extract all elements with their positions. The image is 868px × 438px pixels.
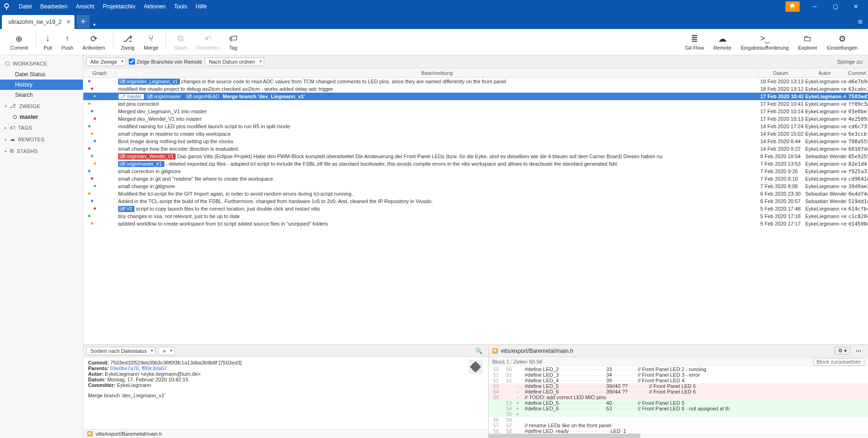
sidebar-stashes-header[interactable]: ▸⧉STASHS [0, 145, 83, 157]
branch-tag[interactable]: V0 [118, 206, 134, 212]
commit-row[interactable]: Merged dev_Liegmann_V1 into master17 Feb… [83, 108, 868, 115]
show-remote-checkbox[interactable]: Zeige Branches von Remote [129, 58, 202, 65]
commit-row[interactable]: small correction in gitignore7 Feb 2020 … [83, 168, 868, 175]
branch-tag[interactable]: origin/master [146, 94, 184, 100]
commit-row[interactable]: small change in git and "readme" file wh… [83, 175, 868, 182]
diff-line[interactable]: 53- #define LED_5·······················… [489, 383, 868, 389]
diff-line[interactable]: 55- // TODO: add correct LED MIO pins [489, 394, 868, 400]
toolbar-push-button[interactable]: ↑Push [57, 32, 78, 52]
commit-row[interactable]: Merged dev_Wendel_V1 into master17 Feb 2… [83, 115, 868, 123]
tag-icon: 🏷 [10, 125, 15, 131]
view-mode-dropdown[interactable]: ≡ [158, 347, 174, 355]
branch-filter-dropdown[interactable]: Alle Zweige [86, 58, 126, 66]
search-icon[interactable]: 🔍 [473, 348, 485, 354]
menu-aktionen[interactable]: Aktionen [140, 1, 170, 12]
toolbar-explorer-button[interactable]: 🗀Explorer [794, 32, 822, 52]
notification-flag-icon[interactable] [786, 1, 800, 12]
diff-line[interactable]: 5151 #define LED_3······················… [489, 372, 868, 378]
commit-row[interactable]: modified the vivado project to debug axi… [83, 85, 868, 93]
repo-tab[interactable]: ultrazohm_sw_v19_2 ✕ [2, 15, 74, 29]
branch-tag[interactable]: origin/dev_Wendel_V1 [118, 153, 176, 160]
toolbar-tag-button[interactable]: 🏷Tag [224, 32, 242, 52]
sort-dropdown[interactable]: Nach Datum ordnen [205, 58, 264, 66]
toolbar-remote-button[interactable]: ☁Remote [709, 32, 736, 52]
menu-hilfe[interactable]: Hilfe [192, 1, 211, 12]
commit-row[interactable]: Added in the TCL-script the build of the… [83, 197, 868, 205]
commit-row[interactable]: addded workflow to create workspace from… [83, 220, 868, 227]
branch-tag[interactable]: origin/master_V1 [118, 161, 164, 167]
close-button[interactable]: ✕ [846, 0, 866, 13]
commit-row[interactable]: Boot image doing nothing but setting up … [83, 138, 868, 145]
toolbar-eingabeaufforderung-button[interactable]: >_Eingabeaufforderung [736, 32, 794, 52]
diff-line[interactable]: 54+ #define LED_6·······················… [489, 406, 868, 411]
diff-line[interactable]: 5656 [489, 417, 868, 423]
diff-line[interactable]: 55+ [489, 411, 868, 417]
sidebar-item-history[interactable]: History [0, 80, 83, 90]
sidebar-tags-header[interactable]: ▸🏷TAGS [0, 122, 83, 133]
menu-bearbeiten[interactable]: Bearbeiten [37, 1, 71, 12]
commit-row[interactable]: masterorigin/masterorigin/HEADMerge bran… [83, 93, 868, 100]
new-tab-button[interactable]: + [76, 15, 89, 28]
menu-tools[interactable]: Tools [170, 1, 191, 12]
sidebar-item-search[interactable]: Search [0, 90, 83, 100]
col-commit[interactable]: Commit [846, 68, 868, 77]
tab-close-icon[interactable]: ✕ [66, 19, 71, 25]
sidebar-remotes-header[interactable]: ▸☁REMOTES [0, 133, 83, 145]
maximize-button[interactable]: ▢ [825, 0, 846, 13]
minimize-button[interactable]: ─ [804, 0, 825, 13]
diff-line[interactable]: 54- #define LED_6·······················… [489, 389, 868, 394]
branch-tag[interactable]: origin/HEAD [185, 94, 221, 100]
col-author[interactable]: Autor [803, 68, 846, 77]
commit-row[interactable]: origin/dev_Liegmann_v1changes in the sou… [83, 78, 868, 85]
col-date[interactable]: Datum [758, 68, 803, 77]
reset-block-button[interactable]: Block zurücksetzen [813, 358, 864, 365]
commit-row[interactable]: small change in readme to create vitis w… [83, 130, 868, 138]
commit-row[interactable]: Modified the tcl-script for the GIT Impo… [83, 190, 868, 197]
file-sort-dropdown[interactable]: Sortiert nach Dateistatus [86, 347, 156, 355]
commit-row[interactable]: small change in gitignore7 Feb 2020 8:08… [83, 182, 868, 190]
parent-link-1[interactable]: 03e0be7a70 [110, 365, 139, 371]
diff-view[interactable]: 5050 #define LED_2······················… [489, 366, 868, 433]
diff-more-icon[interactable]: ⋯ [853, 348, 864, 354]
sidebar-workspace-header[interactable]: 🖵WORKSPACE [0, 58, 83, 69]
toolbar-merge-button[interactable]: ⑂Merge [139, 32, 163, 52]
commit-row[interactable]: V0script to copy launch files to the cor… [83, 205, 868, 212]
commit-row[interactable]: origin/master_V1- deleted exported zip f… [83, 160, 868, 168]
sidebar-branch-master[interactable]: master [0, 112, 83, 122]
toolbar-pull-button[interactable]: ↓Pull [39, 32, 57, 52]
diff-line[interactable]: 5858 #define LED_ready··················… [489, 428, 868, 433]
parent-link-2[interactable]: ff89c3da57 [141, 365, 167, 371]
menu-projektarchiv[interactable]: Projektarchiv [99, 1, 139, 12]
sidebar-branches-header[interactable]: ▾⎇ZWEIGE [0, 100, 83, 112]
file-list-item[interactable]: ✎vitis/export/Baremetal/main.h [83, 429, 488, 438]
diff-settings-button[interactable]: ⚙ ▾ [835, 347, 850, 355]
toolbar-einstellungen-button[interactable]: ⚙Einstellungen [822, 32, 862, 52]
diff-line[interactable]: 5050 #define LED_2······················… [489, 366, 868, 372]
toolbar-zweig-button[interactable]: ⎇Zweig [116, 32, 139, 52]
branch-tag[interactable]: origin/dev_Liegmann_v1 [118, 79, 180, 85]
sidebar-item-datei-status[interactable]: Datei Status [0, 69, 83, 80]
commit-row[interactable]: led pins corrected17 Feb 2020 10:41EykeL… [83, 100, 868, 108]
diff-hscrollbar[interactable] [489, 433, 868, 438]
diff-line[interactable]: 53+ #define LED_5·······················… [489, 400, 868, 406]
menu-datei[interactable]: Datei [15, 1, 36, 12]
pull-icon: ↓ [46, 34, 50, 44]
sidebar: 🖵WORKSPACE Datei StatusHistorySearch ▾⎇Z… [0, 55, 83, 438]
toolbar-git flow-button[interactable]: ≣Git Flow [681, 32, 709, 52]
col-desc[interactable]: Beschreibung [116, 68, 758, 77]
toolbar-anfordern-button[interactable]: ⟳Anfordern [78, 32, 110, 52]
toolbar-commit-button[interactable]: ⊕Commit [6, 32, 33, 52]
col-graph[interactable]: Graph [83, 68, 116, 77]
branch-tag[interactable]: master [118, 94, 144, 100]
commit-row[interactable]: small change how the encoder direction i… [83, 145, 868, 153]
menu-ansicht[interactable]: Ansicht [72, 1, 98, 12]
commit-row[interactable]: modified naming for LED pins modified la… [83, 123, 868, 130]
hamburger-icon[interactable]: ≡ [853, 18, 868, 29]
tab-more-icon[interactable]: ▾ [90, 22, 98, 29]
commit-list[interactable]: origin/dev_Liegmann_v1changes in the sou… [83, 78, 868, 344]
commit-row[interactable]: origin/dev_Wendel_V1Das ganze Vitis (Ecl… [83, 153, 868, 160]
commit-row[interactable]: tiny changes in xsa, not relevant, just … [83, 212, 868, 220]
diff-line[interactable]: 5252 #define LED_4······················… [489, 378, 868, 383]
diff-line[interactable]: 5757 // rename LEDs like on the front pa… [489, 423, 868, 428]
monitor-icon: 🖵 [5, 61, 10, 66]
